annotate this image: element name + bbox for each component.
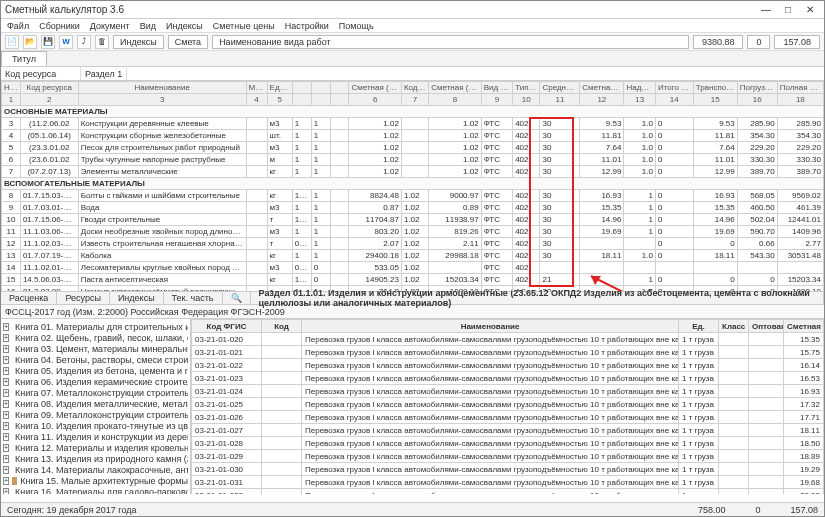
expand-icon[interactable]: +	[3, 466, 9, 474]
lg-cell[interactable]: 03-21-01-032	[192, 489, 262, 495]
grid-cell[interactable]: 1.02	[401, 286, 428, 292]
grid-cell[interactable]: 1	[311, 118, 330, 130]
lg-cell[interactable]	[749, 437, 784, 450]
grid-cell[interactable]: 1.02	[401, 226, 428, 238]
lg-cell[interactable]: 17.32	[784, 398, 824, 411]
grid-cell[interactable]: 1.02	[401, 274, 428, 286]
lg-cell[interactable]: 1 т груза	[679, 450, 719, 463]
col-header[interactable]	[330, 82, 349, 94]
grid-cell[interactable]: 1	[292, 130, 311, 142]
col-header[interactable]: Вид франко (отпускной) цены	[481, 82, 512, 94]
grid-cell[interactable]	[401, 142, 428, 154]
grid-cell[interactable]: 1	[311, 190, 330, 202]
grid-cell[interactable]: 11.1.02.03-0001	[20, 238, 78, 250]
grid-cell[interactable]	[401, 118, 428, 130]
grid-cell[interactable]: 285.90	[737, 118, 777, 130]
grid-cell[interactable]: 01.3.02.09-0001	[20, 286, 78, 292]
grid-cell[interactable]: 15203.34	[777, 274, 823, 286]
grid-cell[interactable]: 16.93	[580, 190, 624, 202]
grid-cell[interactable]	[401, 130, 428, 142]
menu-sborniki[interactable]: Сборники	[39, 21, 80, 31]
grid-cell[interactable]: 1.02	[429, 154, 481, 166]
grid-cell[interactable]: 1.02	[349, 118, 401, 130]
col-header[interactable]: Ед. изм	[267, 82, 292, 94]
grid-cell[interactable]: 11704.87	[349, 214, 401, 226]
grid-cell[interactable]: (07.2.07.13)	[20, 166, 78, 178]
grid-cell[interactable]: 803.20	[349, 226, 401, 238]
grid-cell[interactable]: 1	[311, 142, 330, 154]
grid-cell[interactable]: Песок для строительных работ природный	[78, 142, 246, 154]
grid-cell[interactable]: 330.30	[737, 154, 777, 166]
col-header[interactable]: Среднее расстояние (плечо) перевозки, км	[540, 82, 580, 94]
expand-icon[interactable]: +	[3, 389, 9, 397]
open-icon[interactable]: 📂	[23, 35, 37, 49]
grid-cell[interactable]: м3	[267, 262, 292, 274]
lg-cell[interactable]: Перевозка грузов I класса автомобилями-с…	[302, 411, 679, 424]
grid-cell[interactable]: 15	[2, 274, 21, 286]
grid-cell[interactable]: 502.04	[737, 214, 777, 226]
grid-cell[interactable]: 0	[655, 274, 693, 286]
grid-cell[interactable]: 14.96	[580, 214, 624, 226]
lg-cell[interactable]: 1 т груза	[679, 411, 719, 424]
grid-cell[interactable]: 1.0	[624, 130, 655, 142]
grid-cell[interactable]: 402	[513, 238, 540, 250]
grid-cell[interactable]: АС	[513, 286, 540, 292]
grid-cell[interactable]: Трубы чугунные напорные раструбные	[78, 154, 246, 166]
grid-cell[interactable]: 402	[513, 142, 540, 154]
grid-cell[interactable]: 1	[292, 166, 311, 178]
grid-cell[interactable]: Конструкции деревянные клеевые	[78, 118, 246, 130]
grid-cell[interactable]: 1409.96	[777, 226, 823, 238]
tree-node[interactable]: +Книга 05. Изделия из бетона, цемента и …	[3, 365, 188, 376]
grid-cell[interactable]: 30	[540, 142, 580, 154]
lg-cell[interactable]: 1 т груза	[679, 346, 719, 359]
grid-cell[interactable]: 14.5.06.03-0002	[20, 274, 78, 286]
lg-cell[interactable]	[749, 463, 784, 476]
grid-cell[interactable]: 402	[513, 118, 540, 130]
filter-section[interactable]: Раздел 1	[81, 67, 127, 80]
grid-cell[interactable]: 11.81	[580, 130, 624, 142]
col-header[interactable]: Надбав-ки к тарифу на перевоз-ка для тру…	[624, 82, 655, 94]
lg-cell[interactable]	[262, 437, 302, 450]
lg-cell[interactable]	[749, 385, 784, 398]
grid-cell[interactable]: 29988.18	[429, 250, 481, 262]
grid-cell[interactable]	[330, 226, 349, 238]
tree-node[interactable]: +Книга 13. Изделия из природного камня (…	[3, 453, 188, 464]
grid-cell[interactable]: 4	[2, 130, 21, 142]
lg-cell[interactable]: 1 т груза	[679, 476, 719, 489]
lg-cell[interactable]: 16.93	[784, 385, 824, 398]
grid-cell[interactable]: 12	[2, 238, 21, 250]
grid-cell[interactable]	[246, 142, 267, 154]
grid-cell[interactable]: т	[267, 286, 292, 292]
grid-cell[interactable]: 19.69	[580, 226, 624, 238]
menu-file[interactable]: Файл	[7, 21, 29, 31]
grid-cell[interactable]: Доски необрезные хвойных пород длиной 4-…	[78, 226, 246, 238]
lg-cell[interactable]: 15.75	[784, 346, 824, 359]
grid-cell[interactable]	[330, 274, 349, 286]
tree-node[interactable]: +Книга 01. Материалы для строительных и …	[3, 321, 188, 332]
grid-cell[interactable]: 14905.23	[349, 274, 401, 286]
tree-node[interactable]: +Книга 07. Металлоконструкции строительн…	[3, 387, 188, 398]
grid-cell[interactable]: 3	[2, 118, 21, 130]
lg-cell[interactable]: 1 т груза	[679, 333, 719, 346]
grid-cell[interactable]: 0	[655, 214, 693, 226]
grid-cell[interactable]	[655, 262, 693, 274]
close-button[interactable]: ✕	[800, 4, 820, 15]
lg-cell[interactable]: 18.89	[784, 450, 824, 463]
grid-cell[interactable]	[540, 262, 580, 274]
grid-cell[interactable]: Каболка	[78, 250, 246, 262]
grid-cell[interactable]: 1.02	[401, 250, 428, 262]
grid-cell[interactable]: м3	[267, 142, 292, 154]
grid-cell[interactable]: ФТС	[481, 238, 512, 250]
save-icon[interactable]: 💾	[41, 35, 55, 49]
lg-cell[interactable]	[262, 450, 302, 463]
col-header[interactable]	[292, 82, 311, 94]
col-header[interactable]: Транспортные расходы, т. руб	[693, 82, 737, 94]
grid-cell[interactable]: ФТС	[481, 214, 512, 226]
grid-cell[interactable]: 1.02	[349, 142, 401, 154]
lg-cell[interactable]: 1 т груза	[679, 489, 719, 495]
grid-cell[interactable]: (23.3.01.02	[20, 142, 78, 154]
grid-cell[interactable]	[624, 238, 655, 250]
grid-cell[interactable]: 460.50	[737, 202, 777, 214]
grid-cell[interactable]: 0	[311, 262, 330, 274]
grid-cell[interactable]: 14.96	[693, 214, 737, 226]
